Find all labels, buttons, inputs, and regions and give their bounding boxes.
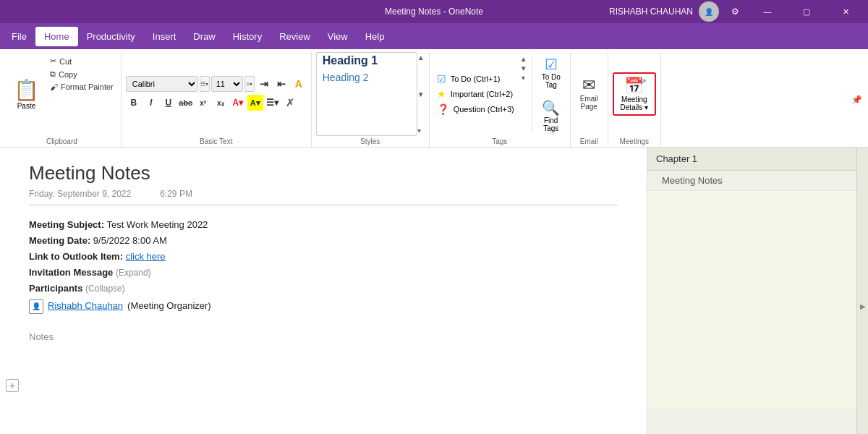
heading2-style[interactable]: Heading 2 [317, 70, 417, 85]
styles-expand[interactable]: ▾ [417, 127, 425, 135]
maximize-button[interactable]: ▢ [790, 0, 823, 23]
cut-button[interactable]: ✂ Cut [47, 55, 116, 67]
find-tags-button[interactable]: 🔍 FindTags [537, 95, 565, 136]
bold-button[interactable]: B [126, 95, 142, 111]
note-area: + Meeting Notes Friday, September 9, 202… [0, 148, 647, 434]
decrease-indent-button[interactable]: ⇤ [273, 76, 289, 92]
font-size-selector[interactable]: 11 [211, 76, 243, 92]
increase-indent-button[interactable]: ⇥ [256, 76, 272, 92]
meeting-date-row: Meeting Date: 9/5/2022 8:00 AM [29, 233, 618, 249]
superscript-button[interactable]: x² [195, 95, 211, 111]
content-area: + Meeting Notes Friday, September 9, 202… [0, 148, 868, 434]
strikethrough-button[interactable]: abc [178, 95, 194, 111]
find-tags-icon: 🔍 [542, 99, 560, 116]
menu-draw[interactable]: Draw [184, 27, 224, 46]
to-do-tag-button[interactable]: ☑ To DoTag [537, 52, 566, 93]
chapter-header: Chapter 1 [647, 148, 856, 171]
participants-collapse[interactable]: (Collapse) [85, 284, 125, 294]
subject-label: Meeting Subject: [29, 219, 104, 230]
email-content: ✉ EmailPage [575, 52, 603, 136]
important-star-icon: ★ [437, 88, 446, 100]
menu-history[interactable]: History [224, 27, 271, 46]
align-button[interactable]: ☰▾ [265, 95, 281, 111]
email-group: ✉ EmailPage Email [571, 52, 608, 147]
paste-button[interactable]: 📋 Paste [7, 52, 46, 136]
styles-scroll-up[interactable]: ▲ [417, 54, 425, 61]
clear-format-button[interactable]: ✗ [282, 95, 298, 111]
settings-icon[interactable]: ⚙ [725, 1, 745, 22]
tags-scroll: ▲ ▼ ▾ [520, 52, 527, 136]
note-date: Friday, September 9, 2022 [29, 189, 131, 199]
clipboard-content: 📋 Paste ✂ Cut ⧉ Copy 🖌 Format Painter [7, 52, 116, 136]
title-bar: Meeting Notes - OneNote RISHABH CHAUHAN … [0, 0, 868, 23]
invitation-label: Invitation Message [29, 267, 113, 278]
participant-row: 👤 Rishabh Chauhan (Meeting Organizer) [29, 298, 618, 314]
outlook-link[interactable]: click here [126, 251, 166, 262]
ribbon-controls: 📌 [848, 52, 865, 147]
styles-scroll: ▲ ▼ ▾ [417, 52, 425, 136]
participant-role: (Meeting Organizer) [127, 298, 211, 314]
meeting-details-button[interactable]: 📅 ↗ MeetingDetails ▾ [613, 72, 656, 116]
text-highlight-button[interactable]: A▾ [247, 95, 263, 111]
avatar[interactable]: 👤 [699, 1, 719, 22]
menu-home[interactable]: Home [35, 27, 78, 46]
menu-review[interactable]: Review [271, 27, 319, 46]
copy-button[interactable]: ⧉ Copy [47, 68, 116, 80]
small-clipboard-buttons: ✂ Cut ⧉ Copy 🖌 Format Painter [47, 52, 116, 136]
font-selector[interactable]: Calibri [126, 76, 198, 92]
title-bar-right: RISHABH CHAUHAN 👤 ⚙ — ▢ ✕ [609, 0, 862, 23]
tags-group: ☑ To Do (Ctrl+1) ★ Important (Ctrl+2) ❓ … [430, 52, 571, 147]
notes-label: Notes [29, 329, 618, 345]
link-label: Link to Outlook Item: [29, 251, 123, 262]
menu-file[interactable]: File [3, 27, 35, 46]
tags-list: ☑ To Do (Ctrl+1) ★ Important (Ctrl+2) ❓ … [434, 52, 517, 136]
chapter-title: Chapter 1 [656, 153, 697, 164]
note-title: Meeting Notes [29, 162, 618, 184]
meeting-details-icon-wrapper: 📅 ↗ [624, 77, 644, 95]
tags-scroll-up[interactable]: ▲ [520, 55, 527, 63]
cut-icon: ✂ [50, 56, 56, 66]
sidebar-scroll-icon: ▶ [860, 302, 866, 310]
todo-tag-item[interactable]: ☑ To Do (Ctrl+1) [434, 72, 517, 86]
underline-button[interactable]: U [161, 95, 176, 111]
tags-scroll-down[interactable]: ▼ [520, 64, 527, 72]
tags-content: ☑ To Do (Ctrl+1) ★ Important (Ctrl+2) ❓ … [434, 52, 566, 136]
basic-text-group: Calibri ☰▾ 11 ≡▾ ⇥ ⇤ A B I U abc x² x₂ A… [122, 52, 312, 147]
ribbon-pin-button[interactable]: 📌 [851, 95, 862, 105]
menu-productivity[interactable]: Productivity [78, 27, 144, 46]
format-row: B I U abc x² x₂ A▾ A▾ ☰▾ ✗ [126, 95, 307, 111]
important-tag-item[interactable]: ★ Important (Ctrl+2) [434, 87, 517, 101]
participant-name[interactable]: Rishabh Chauhan [48, 298, 123, 314]
link-row: Link to Outlook Item: click here [29, 249, 618, 265]
subscript-button[interactable]: x₂ [213, 95, 229, 111]
menu-help[interactable]: Help [357, 27, 393, 46]
menu-insert[interactable]: Insert [144, 27, 185, 46]
note-time: 6:29 PM [160, 189, 192, 199]
close-button[interactable]: ✕ [829, 0, 862, 23]
menu-view[interactable]: View [319, 27, 357, 46]
sidebar-collapse-button[interactable]: ▶ [856, 148, 868, 434]
list-style-button[interactable]: ☰▾ [200, 76, 210, 92]
email-icon: ✉ [582, 77, 595, 93]
highlight-button[interactable]: A [291, 76, 307, 92]
page-item-meeting-notes[interactable]: Meeting Notes [647, 171, 856, 191]
list-indent-button[interactable]: ≡▾ [244, 76, 255, 92]
heading1-style[interactable]: Heading 1 [317, 53, 417, 69]
text-color-button[interactable]: A▾ [230, 95, 246, 111]
tags-expand[interactable]: ▾ [522, 74, 525, 82]
minimize-button[interactable]: — [751, 0, 784, 23]
todo-checkbox-icon: ☑ [437, 73, 446, 85]
italic-button[interactable]: I [143, 95, 159, 111]
user-name: RISHABH CHAUHAN [609, 7, 693, 17]
question-tag-item[interactable]: ❓ Question (Ctrl+3) [434, 102, 517, 116]
todo-find-group: ☑ To DoTag 🔍 FindTags [537, 52, 566, 136]
email-page-button[interactable]: ✉ EmailPage [575, 74, 603, 114]
invitation-expand[interactable]: (Expand) [116, 268, 151, 278]
styles-scroll-down[interactable]: ▼ [417, 90, 425, 98]
format-painter-button[interactable]: 🖌 Format Painter [47, 81, 116, 93]
format-painter-icon: 🖌 [50, 82, 58, 91]
add-section-button[interactable]: + [6, 379, 19, 392]
menu-bar: File Home Productivity Insert Draw Histo… [0, 23, 868, 49]
font-row: Calibri ☰▾ 11 ≡▾ ⇥ ⇤ A [126, 76, 307, 92]
clipboard-group: 📋 Paste ✂ Cut ⧉ Copy 🖌 Format Painter Cl… [3, 52, 122, 147]
